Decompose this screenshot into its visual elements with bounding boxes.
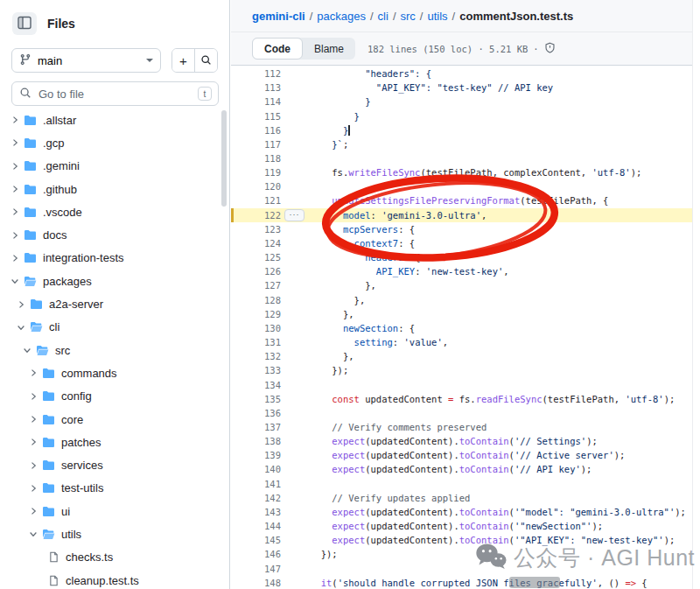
tree-item-label: cli (49, 320, 60, 333)
tree-item-patches[interactable]: patches (0, 431, 229, 453)
folder-icon (42, 482, 55, 494)
chevron-right-icon[interactable] (9, 115, 21, 125)
tree-item-integration-tests[interactable]: integration-tests (0, 247, 229, 270)
line-number[interactable]: 140 (231, 464, 281, 474)
chevron-down-icon[interactable] (15, 322, 27, 333)
line-number[interactable]: 124 (231, 238, 281, 249)
chevron-down-icon[interactable] (9, 276, 21, 286)
line-number[interactable]: 133 (231, 365, 281, 375)
line-number[interactable]: 122 (231, 210, 281, 221)
line-number[interactable]: 123 (231, 224, 281, 235)
line-number[interactable]: 126 (231, 266, 281, 277)
line-number[interactable]: 125 (231, 252, 281, 263)
line-number[interactable]: 135 (231, 394, 281, 404)
tree-item-.github[interactable]: .github (0, 178, 229, 200)
tree-item-.gemini[interactable]: .gemini (0, 155, 229, 178)
tree-item-.allstar[interactable]: .allstar (0, 109, 229, 131)
tree-item-checks.ts[interactable]: checks.ts (0, 546, 229, 569)
tree-item-config[interactable]: config (0, 385, 229, 408)
line-number[interactable]: 141 (231, 479, 281, 489)
line-number[interactable]: 138 (231, 436, 281, 446)
chevron-right-icon[interactable] (9, 207, 21, 217)
chevron-right-icon[interactable] (9, 161, 21, 172)
line-number[interactable]: 120 (231, 181, 281, 192)
search-tree-button[interactable] (194, 49, 217, 72)
line-number[interactable]: 134 (231, 380, 281, 390)
line-number[interactable]: 114 (231, 96, 281, 107)
line-number[interactable]: 113 (231, 82, 281, 93)
chevron-right-icon[interactable] (9, 230, 21, 241)
tree-item-label: integration-tests (43, 251, 124, 264)
line-number[interactable]: 144 (231, 521, 281, 531)
line-number[interactable]: 137 (231, 422, 281, 432)
tree-item-core[interactable]: core (0, 408, 229, 431)
tab-code[interactable]: Code (252, 38, 303, 60)
collapse-sidebar-button[interactable] (12, 12, 37, 35)
chevron-right-icon[interactable] (27, 391, 39, 402)
line-number[interactable]: 128 (231, 295, 281, 305)
line-number[interactable]: 148 (231, 578, 281, 588)
tree-item-.gcp[interactable]: .gcp (0, 131, 229, 154)
code-text: "headers": { (281, 68, 431, 79)
sidebar-scrollbar[interactable] (221, 110, 227, 207)
chevron-right-icon[interactable] (27, 506, 39, 516)
folder-icon (42, 459, 55, 471)
code-line-131: 131 setting: 'value', (231, 335, 692, 349)
tree-item-packages[interactable]: packages (0, 270, 229, 292)
line-number[interactable]: 119 (231, 167, 281, 178)
go-to-file-input[interactable] (11, 81, 219, 106)
line-number[interactable]: 116 (231, 125, 281, 136)
breadcrumb-link-src[interactable]: src (401, 10, 416, 23)
chevron-right-icon[interactable] (9, 137, 21, 148)
tree-item-cli[interactable]: cli (0, 316, 229, 339)
line-number[interactable]: 132 (231, 351, 281, 361)
chevron-right-icon[interactable] (27, 368, 39, 378)
tab-blame[interactable]: Blame (303, 38, 355, 60)
line-number[interactable]: 129 (231, 309, 281, 319)
chevron-down-icon[interactable] (27, 529, 39, 539)
chevron-right-icon[interactable] (9, 184, 21, 194)
breadcrumb-link-gemini-cli[interactable]: gemini-cli (252, 10, 305, 23)
tree-item-commands[interactable]: commands (0, 361, 229, 384)
tree-item-utils[interactable]: utils (0, 522, 229, 545)
breadcrumb-link-cli[interactable]: cli (378, 10, 388, 23)
line-number[interactable]: 131 (231, 337, 281, 347)
line-number[interactable]: 139 (231, 450, 281, 460)
line-number[interactable]: 130 (231, 323, 281, 333)
tree-item-test-utils[interactable]: test-utils (0, 477, 229, 500)
branch-selector[interactable]: main (11, 48, 161, 73)
tree-item-ui[interactable]: ui (0, 500, 229, 522)
line-number[interactable]: 142 (231, 493, 281, 503)
tree-item-.vscode[interactable]: .vscode (0, 200, 229, 223)
tree-item-src[interactable]: src (0, 339, 229, 361)
chevron-down-icon[interactable] (21, 345, 33, 355)
shield-icon[interactable] (544, 42, 556, 55)
line-number[interactable]: 112 (231, 68, 281, 79)
tree-item-cleanup.test.ts[interactable]: cleanup.test.ts (0, 569, 229, 589)
line-number[interactable]: 147 (231, 564, 281, 574)
new-file-button[interactable]: + (172, 49, 195, 72)
tree-item-services[interactable]: services (0, 453, 229, 476)
tree-item-a2a-server[interactable]: a2a-server (0, 292, 229, 315)
line-number[interactable]: 127 (231, 280, 281, 291)
line-number[interactable]: 118 (231, 153, 281, 164)
line-number[interactable]: 143 (231, 507, 281, 517)
line-number[interactable]: 121 (231, 195, 281, 206)
tree-item-docs[interactable]: docs (0, 223, 229, 246)
chevron-right-icon[interactable] (27, 437, 39, 447)
line-number[interactable]: 136 (231, 408, 281, 418)
chevron-right-icon[interactable] (15, 299, 27, 310)
chevron-right-icon[interactable] (27, 460, 39, 471)
chevron-right-icon[interactable] (27, 483, 39, 494)
line-number[interactable]: 117 (231, 139, 281, 150)
line-number[interactable]: 146 (231, 549, 281, 559)
chevron-right-icon[interactable] (9, 253, 21, 263)
line-actions-kebab[interactable]: ··· (284, 209, 304, 221)
breadcrumb-link-packages[interactable]: packages (317, 10, 366, 23)
chevron-right-icon[interactable] (27, 414, 39, 424)
line-number[interactable]: 115 (231, 111, 281, 122)
tree-item-label: docs (43, 228, 66, 242)
line-number[interactable]: 145 (231, 535, 281, 545)
breadcrumb-link-utils[interactable]: utils (427, 10, 447, 23)
page-scrollbar[interactable] (692, 0, 700, 589)
